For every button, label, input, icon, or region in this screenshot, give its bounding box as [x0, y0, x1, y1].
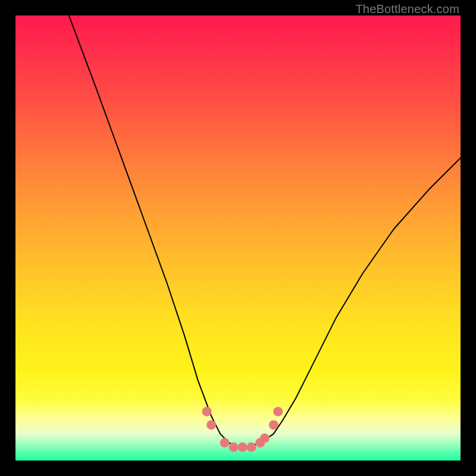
plot-area	[15, 15, 461, 461]
watermark-text: TheBottleneck.com	[355, 2, 459, 16]
chart-frame: TheBottleneck.com	[0, 0, 476, 476]
optimal-marker	[246, 443, 256, 452]
optimal-marker	[229, 443, 239, 452]
optimal-marker	[273, 407, 283, 416]
optimal-marker	[206, 420, 216, 430]
optimal-marker	[202, 407, 212, 416]
optimal-marker	[269, 420, 278, 430]
optimal-marker	[220, 438, 230, 447]
optimal-marker	[238, 443, 248, 452]
bottleneck-curve	[69, 15, 461, 447]
optimal-marker	[260, 434, 270, 443]
curve-layer	[15, 15, 461, 461]
